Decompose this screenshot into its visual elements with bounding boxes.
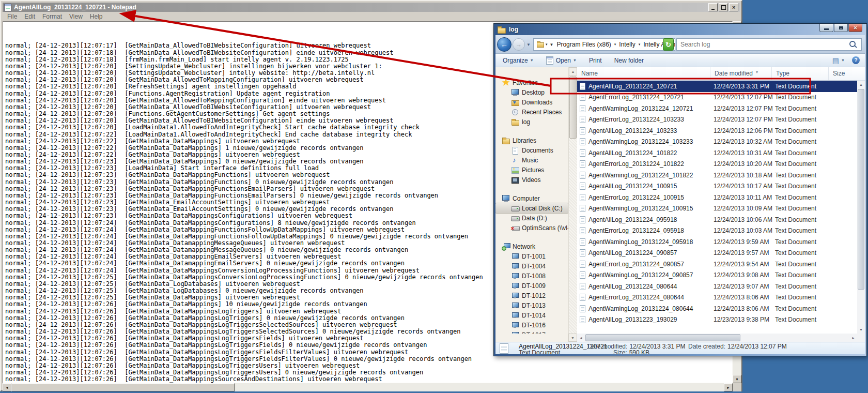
explorer-minimize-button[interactable] xyxy=(819,24,833,32)
file-row[interactable]: AgentWarningLog_20131224_120721 12/24/20… xyxy=(577,103,858,114)
scroll-up-button[interactable] xyxy=(857,81,865,88)
sidebar-item[interactable]: DT-1012 xyxy=(495,291,568,300)
sidebar-item[interactable]: OptimScans (\\vl-da xyxy=(495,223,568,233)
file-date-modified: 12/24/2013 9:08 AM xyxy=(710,271,772,279)
notepad-menu-item[interactable]: File xyxy=(4,13,21,20)
organize-button[interactable]: Organize xyxy=(503,57,534,64)
sidebar-item[interactable]: Downloads xyxy=(495,97,568,107)
column-header-name[interactable]: Name xyxy=(577,67,710,80)
sidebar-item[interactable]: DT-1004 xyxy=(495,261,568,271)
file-row[interactable]: AgentAllLog_20131224_120721 12/24/2013 3… xyxy=(577,81,858,92)
scroll-down-button[interactable] xyxy=(568,334,577,342)
file-row[interactable]: AgentWarningLog_20131224_100915 12/24/20… xyxy=(577,203,858,215)
file-row[interactable]: AgentAllLog_20131224_080644 12/24/2013 9… xyxy=(577,281,858,292)
file-row[interactable]: AgentErrorLog_20131224_080644 12/24/2013… xyxy=(577,292,858,304)
notepad-menu-item[interactable]: Edit xyxy=(21,13,39,20)
file-row[interactable]: AgentWarningLog_20131224_103233 12/24/20… xyxy=(577,137,858,148)
address-dropdown-icon[interactable] xyxy=(550,42,555,47)
sidebar-item[interactable]: DT-1013 xyxy=(495,300,568,310)
horizontal-scrollbar-thumb[interactable] xyxy=(11,383,235,391)
sidebar-item[interactable]: Documents xyxy=(495,145,568,155)
sidebar-item[interactable]: Desktop xyxy=(495,87,568,97)
file-row[interactable]: AgentErrorLog_20131224_120721 12/24/2013… xyxy=(577,92,858,103)
sidebar-item[interactable]: DT-1016 xyxy=(495,320,568,330)
sidebar-item[interactable]: DT-1014 xyxy=(495,310,568,320)
file-row[interactable]: AgentAllLog_20131224_090857 12/24/2013 9… xyxy=(577,248,858,259)
back-button[interactable] xyxy=(497,37,512,52)
print-button[interactable]: Print xyxy=(589,57,602,64)
file-row[interactable]: AgentWarningLog_20131224_101822 12/24/20… xyxy=(577,170,858,181)
file-row[interactable]: AgentErrorLog_20131224_095918 12/24/2013… xyxy=(577,225,858,237)
explorer-titlebar[interactable]: log xyxy=(494,24,866,35)
explorer-close-button[interactable] xyxy=(848,24,862,32)
sidebar-scrollbar[interactable] xyxy=(568,67,577,334)
scroll-down-button[interactable] xyxy=(857,326,865,334)
forward-button[interactable] xyxy=(513,38,525,51)
sidebar-item[interactable]: Music xyxy=(495,155,568,165)
breadcrumb-dropdown-icon[interactable] xyxy=(546,42,548,47)
scroll-left-button[interactable] xyxy=(577,334,585,342)
file-list-horizontal-scrollbar[interactable] xyxy=(577,334,857,342)
sidebar-item[interactable]: Videos xyxy=(495,175,568,185)
file-row[interactable]: AgentAllLog_20131224_095918 12/24/2013 1… xyxy=(577,214,858,225)
sidebar-item[interactable]: Favorites xyxy=(495,78,568,87)
scrollbar-thumb[interactable] xyxy=(569,77,577,139)
file-row[interactable]: AgentAllLog_20131224_101822 12/24/2013 1… xyxy=(577,147,858,159)
notepad-menu-item[interactable]: View xyxy=(66,13,86,20)
sidebar-item[interactable]: DT-1008 xyxy=(495,271,568,281)
scrollbar-thumb[interactable] xyxy=(858,89,864,290)
sidebar-item[interactable]: Network xyxy=(495,241,568,251)
sidebar-item[interactable]: Local Disk (C:) xyxy=(495,203,568,213)
notepad-minimize-button[interactable] xyxy=(708,3,718,11)
file-row[interactable]: AgentWarningLog_20131224_080644 12/24/20… xyxy=(577,303,858,314)
notepad-menu-item[interactable]: Format xyxy=(39,13,66,20)
sidebar-item[interactable]: DT-1017 xyxy=(495,330,568,334)
sidebar-item[interactable]: DT-1001 xyxy=(495,251,568,261)
sidebar-item[interactable]: Data (D:) xyxy=(495,213,568,223)
refresh-button[interactable] xyxy=(663,38,674,51)
search-input[interactable] xyxy=(679,40,847,49)
new-folder-button[interactable]: New folder xyxy=(614,57,644,64)
notepad-menu-item[interactable]: Help xyxy=(86,13,106,20)
change-view-button[interactable] xyxy=(832,56,845,65)
sidebar-item[interactable]: Recent Places xyxy=(495,107,568,117)
breadcrumb[interactable]: Program Files (x86) Intelly Intelly Agen… xyxy=(533,38,675,51)
sidebar-item[interactable]: Pictures xyxy=(495,165,568,175)
sidebar-item[interactable]: DT-1009 xyxy=(495,281,568,291)
column-header-date-modified[interactable]: Date modified xyxy=(710,67,772,80)
file-row[interactable]: AgentErrorLog_20131224_100915 12/24/2013… xyxy=(577,192,858,203)
file-row[interactable]: AgentErrorLog_20131224_090857 12/24/2013… xyxy=(577,259,858,270)
scroll-left-button[interactable] xyxy=(3,383,11,391)
file-row[interactable]: AgentAllLog_20131224_103233 12/24/2013 1… xyxy=(577,125,858,137)
file-name: AgentAllLog_20131224_120721 xyxy=(588,83,677,90)
file-row[interactable]: AgentAllLog_20131224_100915 12/24/2013 1… xyxy=(577,181,858,192)
file-row[interactable]: AgentWarningLog_20131224_090857 12/24/20… xyxy=(577,270,858,281)
history-dropdown-icon[interactable] xyxy=(526,42,531,47)
file-list-vertical-scrollbar[interactable] xyxy=(857,81,865,334)
notepad-maximize-button[interactable] xyxy=(719,3,728,11)
notepad-horizontal-scrollbar[interactable] xyxy=(3,383,733,391)
sidebar-item[interactable]: Libraries xyxy=(495,135,568,145)
file-type: Text Document xyxy=(772,316,829,323)
scroll-right-button[interactable] xyxy=(724,383,733,391)
file-row[interactable]: AgentAllLog_20131223_193029 12/23/2013 9… xyxy=(577,314,858,326)
open-button[interactable]: Open xyxy=(546,56,577,65)
file-row[interactable]: AgentWarningLog_20131224_095918 12/24/20… xyxy=(577,236,858,248)
scroll-up-button[interactable] xyxy=(569,67,577,75)
breadcrumb-segment[interactable]: Intelly xyxy=(617,41,642,48)
scroll-right-button[interactable] xyxy=(849,334,857,342)
notepad-close-button[interactable] xyxy=(729,3,738,11)
file-row[interactable]: AgentErrorLog_20131224_103233 12/24/2013… xyxy=(577,114,858,126)
explorer-maximize-button[interactable] xyxy=(834,24,848,32)
column-header-type[interactable]: Type xyxy=(772,67,829,80)
breadcrumb-segment[interactable]: Program Files (x86) xyxy=(555,41,617,48)
sidebar-item[interactable]: log xyxy=(495,117,568,127)
search-icon[interactable] xyxy=(849,41,856,47)
column-header-size[interactable]: Size xyxy=(829,67,865,80)
scroll-down-button[interactable] xyxy=(733,375,741,383)
notepad-titlebar[interactable]: AgentAllLog_20131224_120721 - Notepad xyxy=(3,3,740,12)
scrollbar-thumb[interactable] xyxy=(585,334,740,341)
file-row[interactable]: AgentErrorLog_20131224_101822 12/24/2013… xyxy=(577,159,858,170)
help-button[interactable] xyxy=(852,56,860,64)
sidebar-item[interactable]: Computer xyxy=(495,193,568,203)
